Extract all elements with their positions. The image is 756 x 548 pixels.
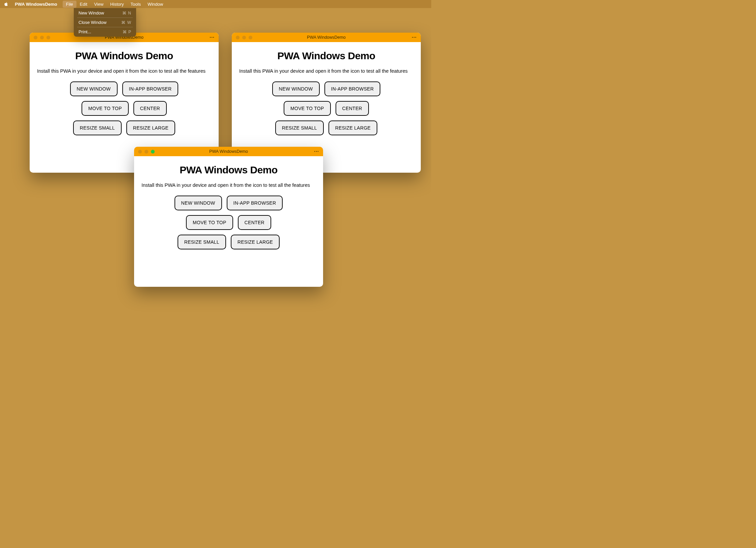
dropdown-label: New Window — [78, 10, 104, 15]
window-content: PWA Windows Demo Install this PWA in you… — [232, 42, 421, 144]
window-more-icon[interactable]: ··· — [210, 35, 215, 40]
page-description: Install this PWA in your device and open… — [239, 68, 413, 75]
window-title: PWA WindowsDemo — [236, 35, 417, 40]
menu-item-window[interactable]: Window — [144, 1, 166, 8]
in-app-browser-button[interactable]: IN-APP BROWSER — [122, 81, 179, 96]
menu-item-history[interactable]: History — [107, 1, 127, 8]
traffic-light-minimize[interactable] — [40, 36, 44, 39]
traffic-light-maximize[interactable] — [151, 150, 155, 153]
dropdown-shortcut: ⌘ W — [121, 20, 131, 25]
traffic-light-maximize[interactable] — [46, 36, 50, 39]
dropdown-item-new-window[interactable]: New Window ⌘ N — [75, 9, 135, 16]
in-app-browser-button[interactable]: IN-APP BROWSER — [324, 81, 381, 96]
menu-item-tools[interactable]: Tools — [127, 1, 144, 8]
dropdown-label: Print... — [78, 29, 91, 34]
resize-large-button[interactable]: RESIZE LARGE — [231, 235, 280, 249]
traffic-lights — [236, 36, 252, 39]
titlebar[interactable]: PWA WindowsDemo ··· — [134, 147, 323, 156]
center-button[interactable]: CENTER — [133, 101, 167, 116]
new-window-button[interactable]: NEW WINDOW — [70, 81, 118, 96]
resize-large-button[interactable]: RESIZE LARGE — [328, 121, 378, 135]
dropdown-separator — [77, 27, 133, 27]
app-window-3[interactable]: PWA WindowsDemo ··· PWA Windows Demo Ins… — [134, 147, 323, 287]
menu-item-file[interactable]: File — [63, 1, 76, 8]
file-dropdown: New Window ⌘ N Close Window ⌘ W Print...… — [74, 8, 136, 37]
dropdown-label: Close Window — [78, 20, 106, 25]
resize-small-button[interactable]: RESIZE SMALL — [73, 121, 122, 135]
resize-small-button[interactable]: RESIZE SMALL — [275, 121, 324, 135]
app-name[interactable]: PWA WindowsDemo — [13, 1, 59, 8]
window-content: PWA Windows Demo Install this PWA in you… — [134, 156, 323, 258]
menubar: PWA WindowsDemo File Edit View History T… — [0, 0, 431, 8]
button-rows: NEW WINDOW IN-APP BROWSER MOVE TO TOP CE… — [239, 81, 413, 135]
titlebar[interactable]: PWA WindowsDemo ··· — [232, 33, 421, 42]
center-button[interactable]: CENTER — [336, 101, 369, 116]
traffic-light-close[interactable] — [34, 36, 37, 39]
menu-item-edit[interactable]: Edit — [76, 1, 91, 8]
menu-item-view[interactable]: View — [91, 1, 107, 8]
dropdown-item-print[interactable]: Print... ⌘ P — [75, 28, 135, 35]
button-rows: NEW WINDOW IN-APP BROWSER MOVE TO TOP CE… — [141, 196, 316, 249]
in-app-browser-button[interactable]: IN-APP BROWSER — [227, 196, 283, 210]
dropdown-item-close-window[interactable]: Close Window ⌘ W — [75, 19, 135, 26]
traffic-lights — [34, 36, 50, 39]
traffic-lights — [138, 150, 155, 153]
new-window-button[interactable]: NEW WINDOW — [175, 196, 222, 210]
dropdown-shortcut: ⌘ P — [123, 30, 131, 34]
traffic-light-close[interactable] — [236, 36, 240, 39]
traffic-light-maximize[interactable] — [249, 36, 252, 39]
move-to-top-button[interactable]: MOVE TO TOP — [82, 101, 129, 116]
page-title: PWA Windows Demo — [239, 50, 413, 62]
move-to-top-button[interactable]: MOVE TO TOP — [284, 101, 331, 116]
page-description: Install this PWA in your device and open… — [141, 182, 316, 189]
resize-small-button[interactable]: RESIZE SMALL — [178, 235, 226, 249]
center-button[interactable]: CENTER — [238, 215, 271, 230]
traffic-light-minimize[interactable] — [145, 150, 148, 153]
traffic-light-close[interactable] — [138, 150, 142, 153]
apple-logo-icon[interactable] — [3, 1, 9, 7]
page-title: PWA Windows Demo — [141, 164, 316, 176]
window-content: PWA Windows Demo Install this PWA in you… — [30, 42, 219, 144]
dropdown-shortcut: ⌘ N — [122, 11, 131, 15]
button-rows: NEW WINDOW IN-APP BROWSER MOVE TO TOP CE… — [37, 81, 211, 135]
page-description: Install this PWA in your device and open… — [37, 68, 211, 75]
window-more-icon[interactable]: ··· — [412, 35, 417, 40]
move-to-top-button[interactable]: MOVE TO TOP — [186, 215, 233, 230]
page-title: PWA Windows Demo — [37, 50, 211, 62]
new-window-button[interactable]: NEW WINDOW — [272, 81, 320, 96]
dropdown-separator — [77, 18, 133, 18]
window-title: PWA WindowsDemo — [138, 149, 319, 154]
traffic-light-minimize[interactable] — [242, 36, 246, 39]
resize-large-button[interactable]: RESIZE LARGE — [126, 121, 176, 135]
window-more-icon[interactable]: ··· — [314, 149, 319, 154]
